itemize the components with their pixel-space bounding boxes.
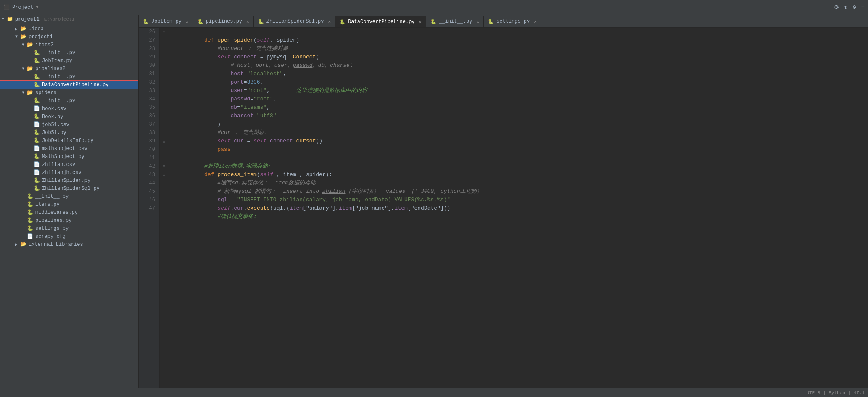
tab-icon-init: 🐍 bbox=[430, 19, 436, 24]
sidebar-item-items2-init[interactable]: 🐍 __init__.py bbox=[0, 49, 138, 57]
sidebar-item-dataconvert[interactable]: 🐍 DataConvertPipeLine.py bbox=[0, 81, 138, 89]
dropdown-icon[interactable]: ▼ bbox=[36, 5, 38, 10]
code-line-26[interactable]: def open_spider(self, spider): bbox=[171, 28, 865, 36]
root-label: project1 E:\project1 bbox=[15, 16, 137, 22]
status-bar: UTF-8 | Python | 47:1 bbox=[0, 388, 868, 397]
sidebar-item-items2[interactable]: ▼ 📂 items2 bbox=[0, 41, 138, 49]
sidebar-item-pipelines2-init[interactable]: 🐍 __init__.py bbox=[0, 73, 138, 81]
tab-close-init[interactable]: ✕ bbox=[476, 19, 479, 24]
tab-close-dataconvert[interactable]: ✕ bbox=[419, 19, 422, 25]
py-icon: 🐍 bbox=[34, 137, 40, 144]
code-line-38[interactable]: self.cur = self.connect.cursor() bbox=[171, 129, 865, 137]
folder-icon: 📂 bbox=[20, 34, 27, 40]
top-bar: ⬛ Project ▼ ⟳ ⇅ ⚙ − bbox=[0, 0, 868, 15]
sidebar-item-jobdetails[interactable]: 🐍 JobDetailsInfo.py bbox=[0, 137, 138, 145]
py-icon: 🐍 bbox=[34, 185, 40, 192]
ln-40: 40 bbox=[139, 145, 159, 154]
py-icon: 🐍 bbox=[34, 129, 40, 136]
py-icon: 🐍 bbox=[34, 177, 40, 184]
sidebar-item-zhilian-csv[interactable]: 📄 zhilian.csv bbox=[0, 160, 138, 168]
py-icon: 🐍 bbox=[34, 153, 40, 160]
code-content[interactable]: def open_spider(self, spider): #connect … bbox=[168, 28, 868, 388]
code-line-32[interactable]: user="root", 这里连接的是数据库中的内容 bbox=[171, 78, 865, 87]
code-line-42[interactable]: def process_item(self , item , spider): bbox=[171, 162, 865, 171]
ln-47: 47 bbox=[139, 204, 159, 213]
folder-icon: 📂 bbox=[20, 26, 27, 32]
sidebar-item-zhilianspidersql[interactable]: 🐍 ZhilianSpiderSql.py bbox=[0, 184, 138, 192]
sidebar-item-items-py[interactable]: 🐍 items.py bbox=[0, 200, 138, 208]
sync-icon[interactable]: ⟳ bbox=[834, 4, 839, 11]
sidebar-item-zhilianjh-csv[interactable]: 📄 zhilianjh.csv bbox=[0, 168, 138, 176]
tab-icon-pipelines: 🐍 bbox=[198, 19, 203, 24]
tab-settings[interactable]: 🐍 settings.py ✕ bbox=[484, 16, 541, 27]
code-editor[interactable]: 26 27 28 29 30 31 32 33 34 35 36 37 38 3… bbox=[139, 28, 868, 388]
csv-icon: 📄 bbox=[34, 161, 40, 168]
tab-icon-settings: 🐍 bbox=[488, 19, 494, 24]
sidebar-item-external-libs[interactable]: ▶ 📂 External Libraries bbox=[0, 240, 138, 248]
editor-area: 🐍 JobItem.py ✕ 🐍 pipelines.py ✕ 🐍 Zhilia… bbox=[139, 15, 868, 388]
gear-icon[interactable]: ⚙ bbox=[853, 4, 856, 11]
code-line-37[interactable]: #cur ： 充当游标. bbox=[171, 120, 865, 129]
ln-41: 41 bbox=[139, 154, 159, 162]
sidebar-item-mathsubject-py[interactable]: 🐍 MathSubject.py bbox=[0, 152, 138, 160]
sidebar-item-scrapy-cfg[interactable]: 📄 scrapy.cfg bbox=[0, 232, 138, 240]
sidebar: ▼ 📁 project1 E:\project1 ▶ 📂 .idea ▼ 📂 bbox=[0, 15, 139, 388]
sidebar-item-pipelines2[interactable]: ▼ 📂 pipelines2 bbox=[0, 65, 138, 73]
ln-42: 42 bbox=[139, 162, 159, 171]
minus-icon[interactable]: − bbox=[861, 4, 865, 11]
sidebar-item-job51-py[interactable]: 🐍 Job51.py bbox=[0, 129, 138, 137]
sort-icon[interactable]: ⇅ bbox=[844, 4, 848, 11]
tab-close-pipelines[interactable]: ✕ bbox=[246, 19, 249, 24]
tabs-bar: 🐍 JobItem.py ✕ 🐍 pipelines.py ✕ 🐍 Zhilia… bbox=[139, 15, 868, 28]
top-bar-title: Project bbox=[12, 5, 33, 11]
fold-26[interactable]: ▽ bbox=[163, 29, 165, 34]
ln-32: 32 bbox=[139, 78, 159, 87]
tab-dataconvert[interactable]: 🐍 DataConvertPipeLine.py ✕ bbox=[335, 16, 426, 27]
sidebar-item-zhilianspider[interactable]: 🐍 ZhilianSpider.py bbox=[0, 176, 138, 184]
sidebar-item-project1[interactable]: ▼ 📂 project1 bbox=[0, 33, 138, 41]
sidebar-item-idea[interactable]: ▶ 📂 .idea bbox=[0, 25, 138, 33]
fold-39[interactable]: △ bbox=[163, 139, 165, 144]
code-line-40[interactable] bbox=[171, 145, 865, 154]
root-arrow: ▼ bbox=[2, 17, 7, 21]
fold-42[interactable]: ▽ bbox=[163, 164, 165, 169]
sidebar-item-settings-py[interactable]: 🐍 settings.py bbox=[0, 224, 138, 232]
tab-close-settings[interactable]: ✕ bbox=[534, 19, 537, 24]
sidebar-item-project-init[interactable]: 🐍 __init__.py bbox=[0, 192, 138, 200]
py-icon: 🐍 bbox=[27, 201, 34, 208]
root-folder-icon: 📁 bbox=[7, 16, 13, 22]
code-line-35[interactable]: charset="utf8" bbox=[171, 103, 865, 112]
ln-36: 36 bbox=[139, 112, 159, 120]
csv-icon: 📄 bbox=[34, 145, 40, 152]
tab-label-zhilianspidersql: ZhilianSpiderSql.py bbox=[266, 18, 324, 24]
gutter: ▽ △ ▽ △ bbox=[160, 28, 168, 388]
sidebar-item-middlewares[interactable]: 🐍 middlewares.py bbox=[0, 208, 138, 216]
tab-icon-zhilianspidersql: 🐍 bbox=[258, 19, 264, 24]
tab-pipelines[interactable]: 🐍 pipelines.py ✕ bbox=[193, 16, 254, 27]
py-icon: 🐍 bbox=[27, 209, 34, 216]
sidebar-item-jobitem[interactable]: 🐍 JobItem.py bbox=[0, 57, 138, 65]
sidebar-item-book-csv[interactable]: 📄 book.csv bbox=[0, 105, 138, 113]
tab-init[interactable]: 🐍 __init__.py ✕ bbox=[426, 16, 484, 27]
sidebar-root[interactable]: ▼ 📁 project1 E:\project1 bbox=[0, 15, 138, 23]
ln-30: 30 bbox=[139, 61, 159, 70]
line-numbers: 26 27 28 29 30 31 32 33 34 35 36 37 38 3… bbox=[139, 28, 160, 388]
csv-icon: 📄 bbox=[34, 105, 40, 112]
sidebar-item-spiders[interactable]: ▼ 📂 spiders bbox=[0, 89, 138, 97]
code-line-41[interactable]: #处理item数据,实现存储: bbox=[171, 154, 865, 162]
fold-43[interactable]: △ bbox=[163, 172, 165, 177]
sidebar-item-pipelines-py[interactable]: 🐍 pipelines.py bbox=[0, 216, 138, 224]
sidebar-item-job51-csv[interactable]: 📄 job51.csv bbox=[0, 121, 138, 129]
csv-icon: 📄 bbox=[34, 169, 40, 176]
tab-zhilianspidersql[interactable]: 🐍 ZhilianSpiderSql.py ✕ bbox=[254, 16, 335, 27]
ln-31: 31 bbox=[139, 70, 159, 78]
sidebar-item-mathsubject-csv[interactable]: 📄 mathsubject.csv bbox=[0, 145, 138, 152]
tab-jobitem[interactable]: 🐍 JobItem.py ✕ bbox=[139, 16, 193, 27]
sidebar-item-spiders-init[interactable]: 🐍 __init__.py bbox=[0, 97, 138, 105]
ln-39: 39 bbox=[139, 137, 159, 145]
tab-close-zhilianspidersql[interactable]: ✕ bbox=[328, 19, 331, 24]
sidebar-item-book-py[interactable]: 🐍 Book.py bbox=[0, 113, 138, 121]
tab-label-pipelines: pipelines.py bbox=[206, 18, 242, 24]
tab-icon-dataconvert: 🐍 bbox=[340, 19, 346, 25]
tab-close-jobitem[interactable]: ✕ bbox=[186, 19, 189, 24]
